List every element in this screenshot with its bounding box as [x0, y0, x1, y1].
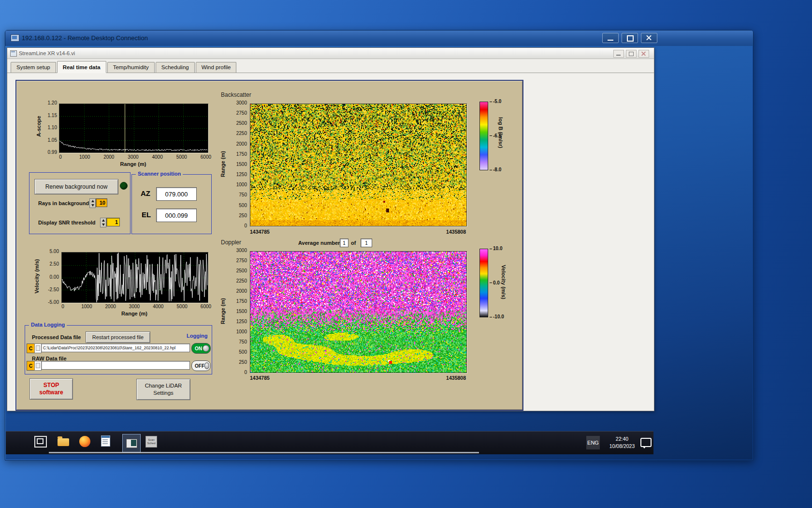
tick-label: 500 — [239, 203, 247, 208]
tab-system-setup[interactable]: System setup — [11, 62, 56, 73]
task-view-icon[interactable] — [34, 436, 47, 448]
app-maximize-button[interactable] — [626, 50, 637, 58]
rdp-minimize-button[interactable] — [602, 33, 619, 43]
display-snr-threshold-stepper[interactable] — [100, 218, 106, 227]
rdp-titlebar[interactable]: 192.168.0.122 - Remote Desktop Connectio… — [5, 30, 753, 46]
streamline-app-window: StreamLine XR v14-6.vi System setup Real… — [7, 47, 654, 411]
backscatter-y-axis-label: Range (m) — [220, 140, 226, 188]
restart-processed-file-button[interactable]: Restart processed file — [86, 331, 150, 343]
processed-browse-icon[interactable] — [34, 344, 42, 353]
file-explorer-icon[interactable] — [58, 436, 69, 446]
tick-label: 4000 — [148, 304, 168, 309]
az-value[interactable]: 079.000 — [156, 187, 197, 201]
tick-label: -5.0 — [490, 99, 501, 104]
scan-icon-label-1: Scan — [148, 438, 155, 442]
raw-drive-box[interactable]: C — [27, 361, 35, 371]
average-number-value[interactable]: 1 — [340, 239, 348, 247]
tick-label: -10.0 — [490, 314, 504, 319]
tick-label: 5.00 — [50, 249, 59, 254]
tick-label: 2000 — [99, 154, 119, 160]
tick-label: 0 — [50, 154, 71, 160]
raw-data-file-path[interactable] — [41, 361, 190, 370]
tick-label: -8.0 — [490, 167, 501, 172]
remote-desktop-icon — [11, 34, 19, 42]
tick-label: 3000 — [236, 248, 247, 253]
tick-label: 2000 — [101, 304, 121, 309]
streamline-app-taskbar-icon[interactable] — [122, 434, 141, 452]
renew-background-led — [120, 182, 128, 190]
backscatter-plot-canvas — [250, 104, 466, 226]
doppler-y-axis-label: Range (m) — [220, 287, 226, 335]
scan-scheduler-icon[interactable]: Scan Sched — [145, 436, 157, 448]
firefox-icon[interactable] — [79, 436, 90, 447]
tick-label: 3000 — [124, 304, 145, 309]
tick-label: 1250 — [236, 319, 247, 324]
tick-label: 2.50 — [50, 262, 59, 267]
tick-label: 1.05 — [48, 138, 57, 143]
clock[interactable]: 22:40 10/08/2023 — [604, 435, 640, 450]
tab-scheduling[interactable]: Scheduling — [156, 62, 195, 73]
rays-in-background-value[interactable]: 10 — [96, 198, 107, 207]
processed-data-file-path[interactable]: C:\Lidar\Data\Proc\2023\202308\20230810\… — [41, 344, 190, 352]
tick-label: 250 — [239, 213, 247, 218]
doppler-plot-canvas — [250, 252, 466, 373]
average-total-value[interactable]: 1 — [361, 239, 372, 247]
doppler-y-ticks: 3000275025002250200017501500125010007505… — [228, 248, 247, 375]
doppler-title: Doppler — [221, 239, 241, 246]
tick-label: 750 — [239, 340, 247, 344]
tick-label: 2500 — [236, 269, 247, 273]
tab-wind-profile[interactable]: Wind profile — [196, 62, 237, 73]
display-snr-threshold-value[interactable]: 1 — [106, 218, 120, 226]
tick-label: 3000 — [236, 101, 247, 105]
backscatter-colorbar-label: log B (/m/sr) — [498, 108, 504, 157]
language-indicator[interactable]: ENG — [586, 436, 600, 449]
tick-label: 2000 — [236, 142, 247, 147]
tick-label: 500 — [239, 350, 247, 355]
display-snr-threshold-label: Display SNR threshold — [38, 220, 96, 225]
rays-in-background-stepper[interactable] — [89, 198, 96, 208]
clock-time: 22:40 — [604, 435, 640, 443]
notepad-icon[interactable] — [101, 435, 110, 447]
app-titlebar[interactable]: StreamLine XR v14-6.vi — [7, 48, 654, 59]
rdp-maximize-button[interactable] — [622, 33, 638, 43]
tick-label: 1000 — [76, 304, 97, 309]
az-label: AZ — [141, 189, 150, 197]
raw-browse-icon[interactable] — [34, 361, 42, 371]
tick-label: 1435808 — [446, 229, 466, 235]
processed-drive-box[interactable]: C — [27, 344, 35, 353]
ascope-y-ticks: 1.201.151.101.050.99 — [40, 101, 57, 155]
el-value[interactable]: 000.099 — [156, 209, 197, 222]
tab-temp-humidity[interactable]: Temp/humidity — [107, 62, 155, 73]
ascope-x-ticks: 0100020003000400050006000 — [50, 154, 216, 160]
velocity-x-axis-label: Range (m) — [61, 311, 207, 316]
renew-background-button[interactable]: Renew background now — [34, 179, 118, 194]
doppler-x-ticks: 14347851435808 — [250, 375, 466, 381]
app-close-button[interactable] — [638, 50, 649, 58]
backscatter-colorbar — [479, 102, 488, 170]
tick-label: 2000 — [236, 289, 247, 294]
speech-bubble-icon[interactable] — [640, 438, 652, 447]
app-minimize-button[interactable] — [613, 50, 624, 58]
tick-label: 0 — [53, 304, 73, 309]
raw-logging-toggle[interactable]: OFF — [191, 360, 211, 371]
logging-label: Logging — [185, 333, 209, 339]
clock-date: 10/08/2023 — [604, 443, 640, 450]
tick-label: 3000 — [123, 154, 143, 160]
tick-label: 2500 — [236, 121, 247, 126]
data-logging-group: Data Logging Processed Data file Restart… — [25, 325, 212, 374]
rdp-close-button[interactable] — [641, 33, 657, 43]
processed-logging-toggle[interactable]: ON — [191, 343, 211, 354]
app-window-title: StreamLine XR v14-6.vi — [19, 50, 75, 56]
tick-label: 1500 — [236, 162, 247, 167]
tab-real-time-data[interactable]: Real time data — [57, 61, 106, 73]
change-lidar-settings-button[interactable]: Change LiDARSettings — [136, 379, 190, 400]
stop-software-button[interactable]: STOPsoftware — [29, 378, 73, 400]
doppler-plot — [250, 251, 467, 373]
backscatter-y-ticks: 3000275025002250200017501500125010007505… — [228, 101, 247, 228]
processed-data-file-label: Processed Data file — [32, 334, 81, 340]
backscatter-title: Backscatter — [221, 91, 251, 98]
tick-label: 1750 — [236, 152, 247, 157]
backscatter-plot — [250, 104, 467, 226]
rays-in-background-label: Rays in background — [38, 200, 89, 206]
el-label: EL — [142, 210, 151, 219]
